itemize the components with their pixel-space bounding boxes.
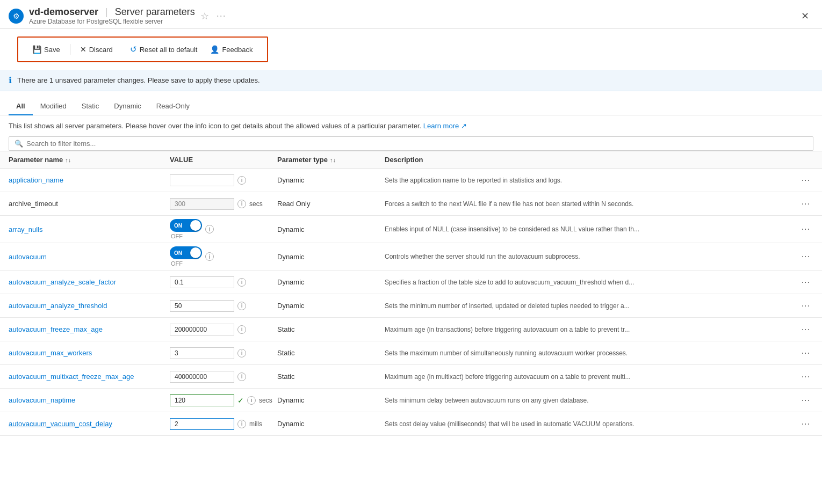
row-more-button[interactable]: ···: [798, 174, 813, 186]
description-text: Enables input of NULL (case insensitive)…: [385, 225, 639, 233]
param-name-link[interactable]: autovacuum_multixact_freeze_max_age: [9, 372, 134, 381]
info-circle-icon[interactable]: i: [205, 252, 214, 261]
info-circle-icon[interactable]: i: [237, 420, 246, 428]
param-type: Read Only: [277, 200, 310, 208]
description-text: Forces a switch to the next WAL file if …: [385, 200, 633, 208]
unit-label: secs: [259, 397, 272, 404]
description-cell: Specifies a fraction of the table size t…: [385, 276, 813, 288]
value-input[interactable]: [170, 276, 234, 288]
description-text: Maximum age (in transactions) before tri…: [385, 326, 630, 333]
info-circle-icon[interactable]: i: [237, 278, 246, 287]
value-cell: ONOFFi: [170, 246, 277, 267]
row-more-button[interactable]: ···: [798, 324, 813, 335]
save-icon: 💾: [32, 45, 41, 54]
description-text: Sets the application name to be reported…: [385, 177, 562, 184]
info-circle-icon[interactable]: i: [237, 302, 246, 310]
row-more-button[interactable]: ···: [798, 395, 813, 406]
search-icon: 🔍: [15, 140, 23, 148]
page-subtitle: Azure Database for PostgreSQL flexible s…: [29, 18, 195, 25]
value-input[interactable]: [170, 371, 234, 383]
row-more-button[interactable]: ···: [798, 276, 813, 288]
toggle-container[interactable]: ONOFF: [170, 219, 202, 239]
description-cell: Sets the application name to be reported…: [385, 174, 813, 186]
value-cell: i: [170, 347, 277, 359]
tab-all[interactable]: All: [9, 98, 33, 115]
param-type: Dynamic: [277, 253, 305, 261]
discard-button[interactable]: ✕ Discard: [75, 42, 118, 56]
info-circle-icon[interactable]: i: [237, 176, 246, 185]
param-name-link[interactable]: autovacuum_analyze_scale_factor: [9, 278, 116, 286]
value-input[interactable]: [170, 395, 234, 406]
info-circle-icon[interactable]: i: [205, 225, 214, 233]
table-row: archive_timeoutisecsRead OnlyForces a sw…: [0, 192, 822, 216]
info-circle-icon[interactable]: i: [247, 396, 256, 405]
value-cell: i: [170, 174, 277, 186]
discard-icon: ✕: [80, 45, 86, 54]
param-type: Static: [277, 372, 295, 381]
description-text: Sets the maximum number of simultaneousl…: [385, 349, 628, 357]
value-input[interactable]: [170, 418, 234, 430]
param-name-link[interactable]: autovacuum_max_workers: [9, 349, 92, 357]
row-more-button[interactable]: ···: [798, 418, 813, 430]
description-text: Sets minimum delay between autovacuum ru…: [385, 397, 589, 404]
table-header: Parameter name ↑↓ VALUE Parameter type ↑…: [0, 151, 822, 169]
description-text: Sets the minimum number of inserted, upd…: [385, 302, 630, 310]
description-text: Controls whether the server should run t…: [385, 253, 580, 260]
toggle-container[interactable]: ONOFF: [170, 246, 202, 267]
param-name-link[interactable]: autovacuum: [9, 253, 47, 261]
sort-icon-type[interactable]: ↑↓: [330, 157, 336, 163]
value-cell: i: [170, 300, 277, 312]
table-row: autovacuumONOFFiDynamicControls whether …: [0, 243, 822, 271]
table-row: autovacuum_analyze_thresholdiDynamicSets…: [0, 294, 822, 318]
value-input[interactable]: [170, 174, 234, 186]
col-header-description: Description: [385, 156, 813, 164]
value-cell: imills: [170, 418, 277, 430]
page-header: ⚙ vd-demoserver | Server parameters Azur…: [0, 0, 822, 29]
row-more-button[interactable]: ···: [798, 223, 813, 235]
toggle-switch[interactable]: ON: [170, 219, 202, 232]
tab-readonly[interactable]: Read-Only: [149, 98, 197, 115]
value-input[interactable]: [170, 347, 234, 359]
value-input[interactable]: [170, 300, 234, 312]
info-circle-icon[interactable]: i: [237, 325, 246, 334]
search-input[interactable]: [26, 140, 807, 148]
close-icon[interactable]: ✕: [797, 8, 813, 24]
param-name-link[interactable]: autovacuum_naptime: [9, 396, 75, 404]
row-more-button[interactable]: ···: [798, 300, 813, 312]
save-button[interactable]: 💾 Save: [27, 42, 66, 56]
unit-label: mills: [249, 420, 262, 428]
tab-modified[interactable]: Modified: [33, 98, 74, 115]
feedback-button[interactable]: 👤 Feedback: [205, 42, 258, 56]
param-name-link[interactable]: application_name: [9, 176, 63, 184]
description-text: Maximum age (in multixact) before trigge…: [385, 373, 631, 381]
learn-more-link[interactable]: Learn more ↗: [423, 122, 467, 130]
unit-label: secs: [249, 200, 263, 208]
param-name-link[interactable]: array_nulls: [9, 225, 43, 233]
row-more-button[interactable]: ···: [798, 198, 813, 210]
param-type: Dynamic: [277, 176, 305, 184]
param-name-link[interactable]: autovacuum_analyze_threshold: [9, 302, 107, 310]
toggle-switch[interactable]: ON: [170, 246, 202, 259]
info-circle-icon[interactable]: i: [237, 349, 246, 357]
param-name-link[interactable]: autovacuum_vacuum_cost_delay: [9, 420, 112, 428]
sort-icon-name[interactable]: ↑↓: [65, 157, 71, 163]
more-options-icon[interactable]: ···: [217, 10, 226, 21]
row-more-button[interactable]: ···: [798, 347, 813, 359]
info-circle-icon[interactable]: i: [237, 200, 246, 208]
value-input[interactable]: [170, 324, 234, 335]
value-input: [170, 198, 234, 210]
param-name-link[interactable]: autovacuum_freeze_max_age: [9, 325, 103, 333]
favorite-icon[interactable]: ☆: [200, 10, 209, 22]
info-circle-icon[interactable]: i: [237, 372, 246, 381]
search-container[interactable]: 🔍: [9, 136, 813, 151]
row-more-button[interactable]: ···: [798, 251, 813, 262]
reset-button[interactable]: ↺ Reset all to default: [125, 42, 203, 57]
tab-static[interactable]: Static: [74, 98, 107, 115]
description-cell: Enables input of NULL (case insensitive)…: [385, 223, 813, 235]
row-more-button[interactable]: ···: [798, 371, 813, 383]
toggle-on-label: ON: [174, 223, 182, 229]
value-cell: isecs: [170, 198, 277, 210]
tab-dynamic[interactable]: Dynamic: [106, 98, 149, 115]
table-row: autovacuum_max_workersiStaticSets the ma…: [0, 341, 822, 365]
toggle-knob: [190, 247, 201, 258]
